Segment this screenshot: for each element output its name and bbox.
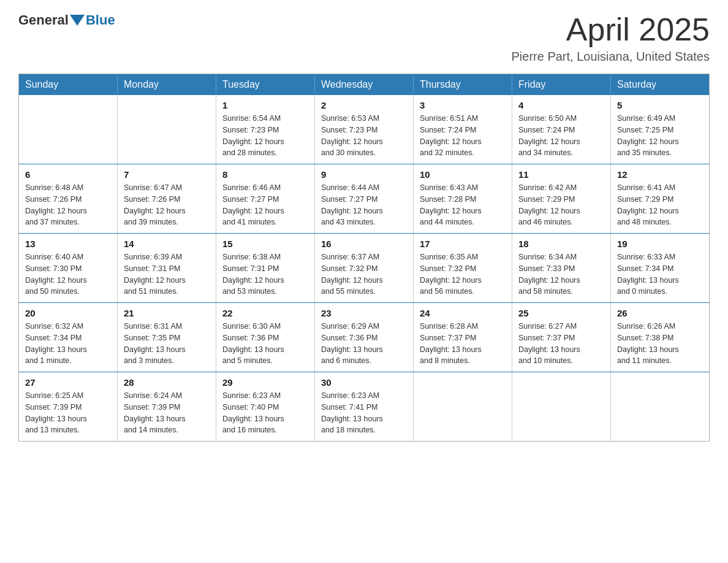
logo-blue-part: Blue	[69, 12, 115, 28]
day-info: Sunrise: 6:48 AMSunset: 7:26 PMDaylight:…	[25, 182, 111, 228]
calendar-day-header: Saturday	[611, 74, 710, 96]
day-info: Sunrise: 6:26 AMSunset: 7:38 PMDaylight:…	[617, 321, 703, 367]
calendar-day-cell	[118, 95, 216, 164]
logo-triangle-icon	[70, 15, 85, 26]
day-info: Sunrise: 6:51 AMSunset: 7:24 PMDaylight:…	[420, 113, 506, 159]
month-title: April 2025	[511, 12, 710, 47]
calendar-week-row: 20Sunrise: 6:32 AMSunset: 7:34 PMDayligh…	[19, 303, 710, 372]
calendar-day-cell: 6Sunrise: 6:48 AMSunset: 7:26 PMDaylight…	[19, 164, 118, 234]
day-number: 26	[617, 308, 703, 318]
day-number: 2	[321, 100, 407, 110]
day-number: 3	[420, 100, 506, 110]
day-number: 15	[222, 239, 308, 249]
calendar-day-cell: 30Sunrise: 6:23 AMSunset: 7:41 PMDayligh…	[315, 372, 414, 442]
calendar-day-cell: 28Sunrise: 6:24 AMSunset: 7:39 PMDayligh…	[118, 372, 216, 442]
day-info: Sunrise: 6:24 AMSunset: 7:39 PMDaylight:…	[124, 390, 210, 436]
calendar-day-cell: 13Sunrise: 6:40 AMSunset: 7:30 PMDayligh…	[19, 234, 118, 303]
calendar-day-cell: 21Sunrise: 6:31 AMSunset: 7:35 PMDayligh…	[118, 303, 216, 372]
calendar-day-cell: 17Sunrise: 6:35 AMSunset: 7:32 PMDayligh…	[414, 234, 512, 303]
day-number: 4	[518, 100, 604, 110]
day-number: 27	[25, 377, 111, 388]
day-info: Sunrise: 6:27 AMSunset: 7:37 PMDaylight:…	[518, 321, 604, 367]
day-number: 5	[617, 100, 703, 110]
day-number: 24	[420, 308, 506, 318]
calendar-day-cell: 19Sunrise: 6:33 AMSunset: 7:34 PMDayligh…	[611, 234, 710, 303]
calendar-day-cell: 14Sunrise: 6:39 AMSunset: 7:31 PMDayligh…	[118, 234, 216, 303]
location-title: Pierre Part, Louisiana, United States	[511, 50, 710, 64]
day-info: Sunrise: 6:54 AMSunset: 7:23 PMDaylight:…	[222, 113, 308, 159]
day-number: 20	[25, 308, 111, 318]
calendar-day-cell: 20Sunrise: 6:32 AMSunset: 7:34 PMDayligh…	[19, 303, 118, 372]
day-info: Sunrise: 6:47 AMSunset: 7:26 PMDaylight:…	[124, 182, 210, 228]
calendar-day-cell: 27Sunrise: 6:25 AMSunset: 7:39 PMDayligh…	[19, 372, 118, 442]
calendar-day-cell: 16Sunrise: 6:37 AMSunset: 7:32 PMDayligh…	[315, 234, 414, 303]
day-info: Sunrise: 6:30 AMSunset: 7:36 PMDaylight:…	[222, 321, 308, 367]
calendar-day-cell: 12Sunrise: 6:41 AMSunset: 7:29 PMDayligh…	[611, 164, 710, 234]
calendar-day-cell: 29Sunrise: 6:23 AMSunset: 7:40 PMDayligh…	[216, 372, 315, 442]
day-info: Sunrise: 6:53 AMSunset: 7:23 PMDaylight:…	[321, 113, 407, 159]
day-info: Sunrise: 6:23 AMSunset: 7:41 PMDaylight:…	[321, 390, 407, 436]
calendar-day-cell: 10Sunrise: 6:43 AMSunset: 7:28 PMDayligh…	[414, 164, 512, 234]
day-number: 12	[617, 169, 703, 180]
day-info: Sunrise: 6:40 AMSunset: 7:30 PMDaylight:…	[25, 251, 111, 297]
logo-blue: Blue	[86, 12, 115, 28]
day-info: Sunrise: 6:35 AMSunset: 7:32 PMDaylight:…	[420, 251, 506, 297]
day-info: Sunrise: 6:44 AMSunset: 7:27 PMDaylight:…	[321, 182, 407, 228]
calendar-week-row: 27Sunrise: 6:25 AMSunset: 7:39 PMDayligh…	[19, 372, 710, 442]
calendar-day-cell: 7Sunrise: 6:47 AMSunset: 7:26 PMDaylight…	[118, 164, 216, 234]
calendar-day-cell: 25Sunrise: 6:27 AMSunset: 7:37 PMDayligh…	[512, 303, 611, 372]
logo-general: General	[18, 12, 69, 28]
calendar-week-row: 1Sunrise: 6:54 AMSunset: 7:23 PMDaylight…	[19, 95, 710, 164]
day-number: 23	[321, 308, 407, 318]
day-number: 30	[321, 377, 407, 388]
day-number: 22	[222, 308, 308, 318]
calendar-day-header: Friday	[512, 74, 611, 96]
day-number: 10	[420, 169, 506, 180]
day-number: 16	[321, 239, 407, 249]
calendar-day-cell: 24Sunrise: 6:28 AMSunset: 7:37 PMDayligh…	[414, 303, 512, 372]
calendar-day-cell: 15Sunrise: 6:38 AMSunset: 7:31 PMDayligh…	[216, 234, 315, 303]
day-number: 19	[617, 239, 703, 249]
calendar-day-cell: 4Sunrise: 6:50 AMSunset: 7:24 PMDaylight…	[512, 95, 611, 164]
day-info: Sunrise: 6:39 AMSunset: 7:31 PMDaylight:…	[124, 251, 210, 297]
calendar-day-header: Wednesday	[315, 74, 414, 96]
day-number: 7	[124, 169, 210, 180]
calendar-day-cell: 11Sunrise: 6:42 AMSunset: 7:29 PMDayligh…	[512, 164, 611, 234]
calendar-day-cell: 18Sunrise: 6:34 AMSunset: 7:33 PMDayligh…	[512, 234, 611, 303]
calendar-day-cell: 22Sunrise: 6:30 AMSunset: 7:36 PMDayligh…	[216, 303, 315, 372]
day-info: Sunrise: 6:43 AMSunset: 7:28 PMDaylight:…	[420, 182, 506, 228]
calendar-day-cell	[414, 372, 512, 442]
logo-text: General Blue	[18, 12, 115, 28]
page-header: General Blue April 2025 Pierre Part, Lou…	[18, 12, 710, 64]
day-number: 21	[124, 308, 210, 318]
calendar-header-row: SundayMondayTuesdayWednesdayThursdayFrid…	[19, 74, 710, 96]
calendar-day-header: Monday	[118, 74, 216, 96]
day-number: 9	[321, 169, 407, 180]
day-number: 29	[222, 377, 308, 388]
day-info: Sunrise: 6:42 AMSunset: 7:29 PMDaylight:…	[518, 182, 604, 228]
day-info: Sunrise: 6:37 AMSunset: 7:32 PMDaylight:…	[321, 251, 407, 297]
header-right: April 2025 Pierre Part, Louisiana, Unite…	[511, 12, 710, 64]
day-info: Sunrise: 6:32 AMSunset: 7:34 PMDaylight:…	[25, 321, 111, 367]
day-info: Sunrise: 6:50 AMSunset: 7:24 PMDaylight:…	[518, 113, 604, 159]
calendar-day-cell	[611, 372, 710, 442]
day-info: Sunrise: 6:33 AMSunset: 7:34 PMDaylight:…	[617, 251, 703, 297]
calendar-week-row: 6Sunrise: 6:48 AMSunset: 7:26 PMDaylight…	[19, 164, 710, 234]
calendar-day-cell: 1Sunrise: 6:54 AMSunset: 7:23 PMDaylight…	[216, 95, 315, 164]
day-info: Sunrise: 6:41 AMSunset: 7:29 PMDaylight:…	[617, 182, 703, 228]
calendar-day-cell	[512, 372, 611, 442]
day-number: 6	[25, 169, 111, 180]
day-info: Sunrise: 6:49 AMSunset: 7:25 PMDaylight:…	[617, 113, 703, 159]
day-number: 18	[518, 239, 604, 249]
calendar-day-cell: 26Sunrise: 6:26 AMSunset: 7:38 PMDayligh…	[611, 303, 710, 372]
calendar-day-header: Tuesday	[216, 74, 315, 96]
calendar-table: SundayMondayTuesdayWednesdayThursdayFrid…	[18, 74, 710, 442]
day-info: Sunrise: 6:38 AMSunset: 7:31 PMDaylight:…	[222, 251, 308, 297]
day-number: 14	[124, 239, 210, 249]
logo: General Blue	[18, 12, 115, 28]
day-number: 25	[518, 308, 604, 318]
day-info: Sunrise: 6:28 AMSunset: 7:37 PMDaylight:…	[420, 321, 506, 367]
day-info: Sunrise: 6:34 AMSunset: 7:33 PMDaylight:…	[518, 251, 604, 297]
calendar-day-cell	[19, 95, 118, 164]
calendar-day-header: Sunday	[19, 74, 118, 96]
